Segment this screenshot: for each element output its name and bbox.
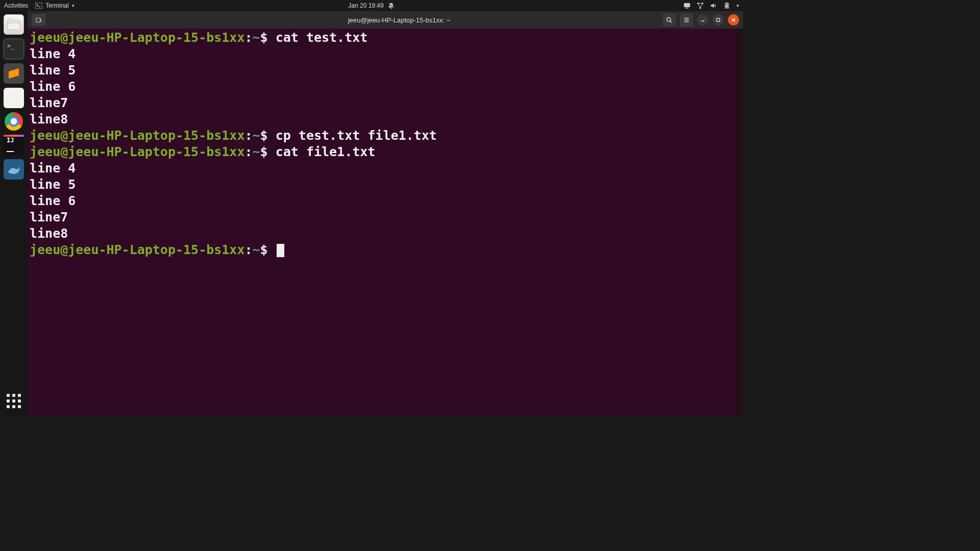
dock: IJ [0, 11, 28, 416]
terminal-output-line: line8 [30, 226, 741, 242]
svg-rect-6 [685, 8, 689, 9]
terminal-output-line: line 5 [30, 62, 741, 79]
terminal-output-line: line 6 [30, 193, 741, 209]
activities-button[interactable]: Activities [4, 2, 28, 9]
terminal-prompt-line: jeeu@jeeu-HP-Laptop-15-bs1xx:~$ [30, 242, 741, 258]
window-title: jeeu@jeeu-HP-Laptop-15-bs1xx: ~ [55, 16, 743, 24]
terminal-icon [35, 3, 42, 9]
terminal-output-line: line7 [30, 209, 741, 226]
svg-point-2 [391, 8, 392, 9]
volume-icon[interactable] [710, 2, 717, 9]
dock-item-files[interactable] [4, 14, 24, 35]
dock-item-chrome[interactable] [5, 112, 23, 131]
terminal-cursor [277, 244, 285, 257]
minimize-button[interactable] [697, 14, 708, 26]
window-titlebar[interactable]: jeeu@jeeu-HP-Laptop-15-bs1xx: ~ [28, 11, 743, 29]
new-tab-button[interactable] [32, 14, 46, 26]
svg-rect-5 [684, 3, 690, 7]
search-button[interactable] [663, 13, 676, 27]
terminal-output-area[interactable]: jeeu@jeeu-HP-Laptop-15-bs1xx:~$ cat test… [28, 29, 743, 416]
screen-icon[interactable] [683, 3, 691, 9]
terminal-prompt-line: jeeu@jeeu-HP-Laptop-15-bs1xx:~$ cat file… [30, 144, 741, 160]
svg-rect-0 [35, 3, 42, 9]
battery-icon[interactable] [723, 2, 730, 9]
system-menu-dropdown-icon[interactable]: ▾ [737, 3, 739, 8]
terminal-output-line: line 4 [30, 160, 741, 177]
maximize-button[interactable] [713, 14, 724, 26]
svg-point-17 [667, 17, 670, 21]
dropdown-icon: ▾ [72, 3, 75, 8]
dock-item-mysql-workbench[interactable] [4, 159, 24, 180]
terminal-output-line: line 5 [30, 177, 741, 193]
terminal-output-line: line 6 [30, 79, 741, 95]
svg-rect-11 [726, 3, 728, 4]
terminal-prompt-line: jeeu@jeeu-HP-Laptop-15-bs1xx:~$ cat test… [30, 30, 741, 46]
gnome-top-panel: Activities Terminal ▾ Jan 20 19:49 ▾ [0, 0, 743, 11]
app-menu-terminal[interactable]: Terminal ▾ [35, 2, 74, 9]
svg-line-18 [670, 21, 672, 22]
app-menu-label: Terminal [45, 2, 68, 9]
network-icon[interactable] [697, 2, 704, 9]
terminal-prompt-line: jeeu@jeeu-HP-Laptop-15-bs1xx:~$ cp test.… [30, 128, 741, 144]
notification-off-icon[interactable] [388, 2, 395, 9]
scrollbar[interactable] [737, 29, 743, 416]
terminal-window: jeeu@jeeu-HP-Laptop-15-bs1xx: ~ jeeu@jee… [28, 11, 743, 416]
dock-item-document-viewer[interactable] [4, 88, 24, 108]
terminal-output-line: line8 [30, 111, 741, 128]
clock[interactable]: Jan 20 19:49 [348, 2, 383, 9]
terminal-output-line: line 4 [30, 46, 741, 62]
close-button[interactable] [728, 14, 739, 26]
svg-rect-12 [726, 4, 728, 8]
dock-item-terminal[interactable] [4, 39, 24, 59]
dock-item-intellij[interactable]: IJ [4, 135, 24, 155]
hamburger-menu-button[interactable] [680, 13, 693, 27]
show-applications-button[interactable] [4, 391, 24, 411]
terminal-output-line: line7 [30, 95, 741, 111]
dock-item-sublime-text[interactable] [4, 63, 24, 84]
svg-rect-23 [717, 18, 720, 21]
svg-rect-13 [8, 23, 20, 30]
